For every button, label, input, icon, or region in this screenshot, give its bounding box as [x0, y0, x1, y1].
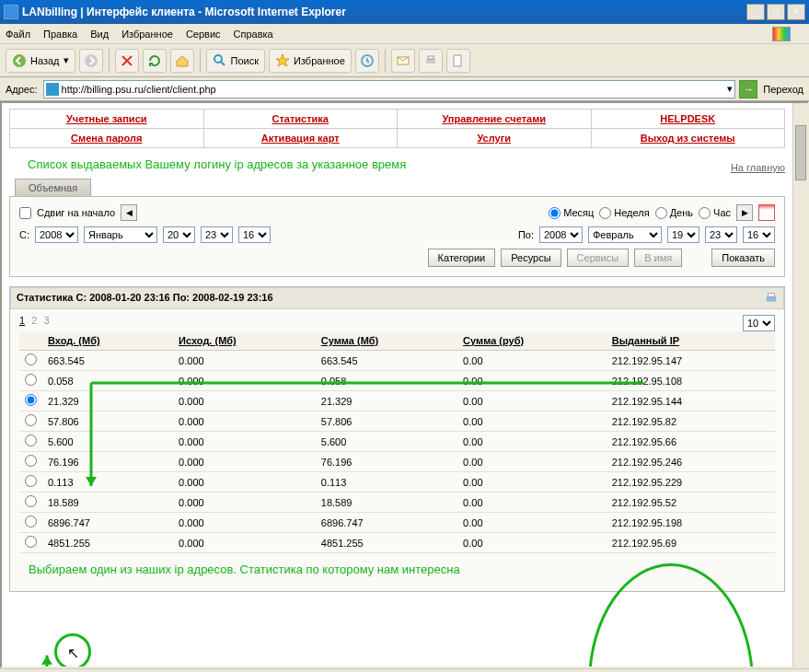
cell-out: 0.000 [173, 513, 316, 533]
row-radio[interactable] [25, 536, 37, 548]
from-month-select[interactable]: Январь [84, 226, 157, 243]
to-month-select[interactable]: Февраль [588, 226, 662, 243]
nav-helpdesk[interactable]: HELPDESK [660, 113, 715, 124]
row-radio[interactable] [25, 353, 37, 365]
cell-sum-mb: 0.113 [316, 472, 457, 492]
print-button[interactable] [419, 49, 443, 73]
cell-sum-mb: 663.545 [316, 351, 457, 371]
cell-out: 0.000 [173, 492, 316, 513]
search-button[interactable]: Поиск [206, 49, 265, 73]
menu-view[interactable]: Вид [90, 29, 109, 40]
from-hour-select[interactable]: 23 [201, 226, 233, 243]
period-hour-radio[interactable] [699, 207, 711, 219]
cell-in: 76.196 [42, 452, 173, 472]
categories-button[interactable]: Категории [428, 249, 496, 267]
col-in[interactable]: Вход. (Мб) [42, 331, 173, 351]
row-radio[interactable] [25, 475, 37, 487]
period-day-radio[interactable] [655, 207, 667, 219]
row-radio[interactable] [25, 434, 37, 446]
edit-button[interactable] [446, 49, 470, 73]
go-button[interactable]: → [739, 80, 757, 98]
shift-left-button[interactable]: ◀ [121, 204, 137, 221]
menu-edit[interactable]: Правка [43, 29, 77, 40]
address-bar: Адрес: ▾ → Переход [0, 77, 809, 101]
history-button[interactable] [355, 49, 379, 73]
row-radio[interactable] [25, 455, 37, 467]
nav-services[interactable]: Услуги [477, 133, 511, 144]
menu-help[interactable]: Справка [234, 29, 273, 40]
cell-out: 0.000 [173, 411, 316, 432]
back-button[interactable]: Назад▾ [6, 49, 75, 73]
shift-checkbox[interactable] [19, 207, 31, 219]
nav-password[interactable]: Смена пароля [71, 133, 142, 144]
annotation-circle-radio [54, 633, 91, 668]
window-title: LANbilling | Интерфейс клиента - Microso… [22, 6, 745, 18]
to-year-select[interactable]: 2008 [539, 226, 583, 243]
nav-billing[interactable]: Управление счетами [442, 113, 546, 124]
forward-button[interactable] [79, 49, 103, 73]
row-radio[interactable] [25, 374, 37, 386]
cell-out: 0.000 [173, 472, 316, 492]
row-radio[interactable] [25, 516, 37, 527]
annotation-arrow-bottom [40, 648, 619, 668]
vertical-scrollbar[interactable] [792, 103, 807, 666]
toolbar: Назад▾ Поиск Избранное [0, 44, 809, 77]
row-radio[interactable] [25, 414, 37, 426]
pagesize-select[interactable]: 10 [743, 315, 775, 331]
filter-panel: Сдвиг на начало ◀ Месяц Неделя День Час … [9, 196, 785, 277]
col-out[interactable]: Исход. (Мб) [173, 331, 316, 351]
cell-in: 21.329 [42, 391, 173, 411]
menu-tools[interactable]: Сервис [186, 29, 221, 40]
to-day-select[interactable]: 19 [667, 226, 699, 243]
page-3[interactable]: 3 [43, 315, 49, 326]
mail-button[interactable] [391, 49, 415, 73]
col-sum-rub[interactable]: Сумма (руб) [457, 331, 607, 351]
cell-sum-rub: 0.00 [457, 452, 607, 472]
home-button[interactable] [170, 49, 194, 73]
table-row: 5.6000.0005.6000.00212.192.95.66 [19, 432, 775, 452]
from-min-select[interactable]: 16 [238, 226, 271, 243]
row-radio[interactable] [25, 495, 37, 507]
page-2[interactable]: 2 [31, 315, 37, 326]
stop-button[interactable] [115, 49, 139, 73]
maximize-button[interactable]: □ [767, 4, 785, 20]
table-row: 6896.7470.0006896.7470.00212.192.95.198 [19, 513, 775, 533]
menu-file[interactable]: Файл [6, 29, 30, 40]
col-sum-mb[interactable]: Сумма (Мб) [316, 331, 457, 351]
minimize-button[interactable]: _ [746, 4, 765, 20]
cell-out: 0.000 [173, 452, 316, 472]
main-page-link[interactable]: На главную [731, 162, 785, 173]
nav-cards[interactable]: Активация карт [261, 133, 340, 144]
to-hour-select[interactable]: 23 [705, 226, 737, 243]
from-day-select[interactable]: 20 [163, 226, 195, 243]
period-month-radio[interactable] [549, 207, 561, 219]
page-1[interactable]: 1 [19, 315, 25, 326]
show-button[interactable]: Показать [711, 249, 775, 267]
nav-accounts[interactable]: Учетные записи [66, 113, 147, 124]
menu-favorites[interactable]: Избранное [121, 29, 173, 40]
address-dropdown-icon[interactable]: ▾ [727, 83, 733, 95]
to-min-select[interactable]: 16 [743, 226, 775, 243]
cell-sum-mb: 0.058 [316, 371, 457, 391]
toname-button: В имя [634, 249, 682, 267]
refresh-button[interactable] [143, 49, 167, 73]
address-input[interactable] [62, 84, 728, 95]
cell-in: 18.589 [42, 492, 173, 513]
nav-logout[interactable]: Выход из системы [641, 133, 735, 144]
row-radio[interactable] [25, 394, 37, 406]
favorites-button[interactable]: Избранное [269, 49, 352, 73]
resources-button[interactable]: Ресурсы [501, 249, 561, 267]
close-button[interactable]: × [787, 4, 805, 20]
period-week-radio[interactable] [599, 207, 611, 219]
cell-sum-mb: 76.196 [316, 452, 457, 472]
nav-stats[interactable]: Статистика [272, 113, 329, 124]
print-icon[interactable] [765, 292, 778, 305]
col-ip[interactable]: Выданный IP [607, 331, 775, 351]
back-arrow-icon [12, 53, 27, 68]
shift-right-button[interactable]: ▶ [736, 204, 753, 221]
statusbar: Готово Интернет [0, 668, 809, 672]
tab-volume[interactable]: Объемная [15, 179, 91, 196]
from-year-select[interactable]: 2008 [35, 226, 78, 243]
calendar-icon[interactable] [758, 204, 775, 221]
annotation-top: Список выдаваемых Вашему логину ip адрес… [28, 157, 785, 171]
